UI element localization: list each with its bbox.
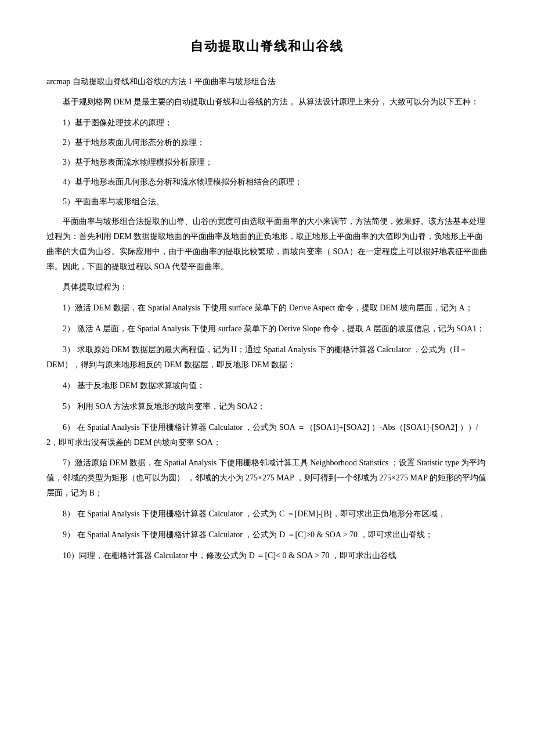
paragraph-2: 平面曲率与坡形组合法提取的山脊、山谷的宽度可由选取平面曲率的大小来调节，方法简便… — [46, 214, 488, 274]
step-3: 3） 求取原始 DEM 数据层的最大高程值，记为 H；通过 Spatial An… — [46, 342, 488, 372]
list-item-4: 4）基于地形表面几何形态分析和流水物理模拟分析相结合的原理； — [63, 175, 488, 190]
list-item-1: 1）基于图像处理技术的原理； — [63, 115, 488, 131]
list-item-2: 2）基于地形表面几何形态分析的原理； — [63, 135, 488, 150]
step-2: 2） 激活 A 层面，在 Spatial Analysis 下使用 surfac… — [46, 321, 488, 337]
intro-line: arcmap 自动提取山脊线和山谷线的方法 1 平面曲率与坡形组合法 — [46, 74, 488, 89]
step-9: 9） 在 Spatial Analysis 下使用栅格计算器 Calculato… — [46, 527, 488, 542]
page-title: 自动提取山脊线和山谷线 — [46, 35, 488, 58]
list-items: 1）基于图像处理技术的原理； 2）基于地形表面几何形态分析的原理； 3）基于地形… — [46, 115, 488, 209]
step-8: 8） 在 Spatial Analysis 下使用栅格计算器 Calculato… — [46, 507, 488, 522]
step-10: 10）同理，在栅格计算器 Calculator 中，修改公式为 D ＝[C]< … — [46, 548, 488, 563]
step-1: 1）激活 DEM 数据，在 Spatial Analysis 下使用 surfa… — [46, 301, 488, 316]
step-5: 5） 利用 SOA 方法求算反地形的坡向变率，记为 SOA2； — [46, 399, 488, 414]
paragraph-3: 具体提取过程为： — [46, 280, 488, 295]
step-4: 4） 基于反地形 DEM 数据求算坡向值； — [46, 378, 488, 393]
list-item-3: 3）基于地形表面流水物理模拟分析原理； — [63, 155, 488, 170]
list-item-5: 5）平面曲率与坡形组合法。 — [63, 194, 488, 209]
step-7: 7）激活原始 DEM 数据，在 Spatial Analysis 下使用栅格邻域… — [46, 455, 488, 501]
step-6: 6） 在 Spatial Analysis 下使用栅格计算器 Calculato… — [46, 420, 488, 450]
steps-list: 1）激活 DEM 数据，在 Spatial Analysis 下使用 surfa… — [46, 301, 488, 563]
paragraph-1: 基于规则格网 DEM 是最主要的自动提取山脊线和山谷线的方法， 从算法设计原理上… — [46, 95, 488, 110]
